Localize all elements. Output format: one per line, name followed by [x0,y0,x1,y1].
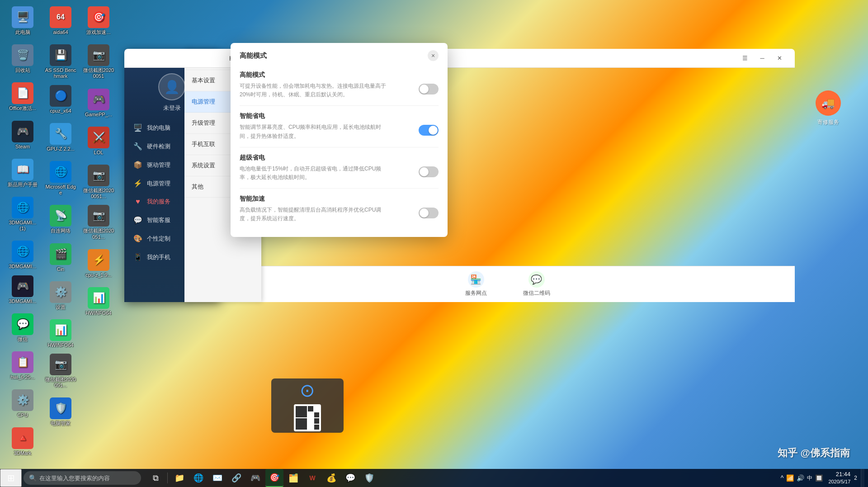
taskbar-edge[interactable]: 🌐 [189,469,208,487]
taskbar-task-view[interactable]: ⧉ [146,469,165,487]
search-input[interactable] [39,475,136,482]
cin-icon: 🎬 [50,243,71,265]
desktop-icon-settings2[interactable]: ⚙️ 设置 [42,279,79,312]
taskbar-files[interactable]: 🗂️ [284,469,302,487]
office-label: Office激活... [9,105,36,111]
clock[interactable]: 21:44 2020/5/17 [828,471,850,485]
computer-nav-icon: 🖥️ [133,123,142,132]
high-perf-toggle[interactable] [419,84,439,95]
edge3-label: 3DMGAMI... [9,264,37,270]
desktop-icon-wechat[interactable]: 💬 微信 [5,312,41,344]
minimize-button[interactable]: ─ [754,52,770,65]
close-button[interactable]: ✕ [771,52,788,65]
desktop-icon-cpu[interactable]: ⚙️ CPU [5,388,41,420]
desktop-icon-gamepp[interactable]: 🎮 GamePP_... [80,87,117,119]
service-nav-icon: ♥ [133,198,142,206]
desktop-icon-cpuz2[interactable]: ⚡ cpu-z_1.9... [80,247,117,280]
service-bottom-area: 🏪 服务网点 💬 微信二维码 [220,266,795,302]
lol-icon: ⚔️ [88,127,109,148]
taskbar-wps[interactable]: W [303,469,321,487]
smart-boost-desc: 高负载情况下，智能提醒清理后台高消耗程序并优化CPU调度，提升系统运行速度。 [240,206,419,223]
smart-boost-toggle[interactable] [419,208,439,218]
dialog-title: 高能模式 [240,52,267,60]
nav-custom-label: 个性定制 [147,235,170,243]
cin-label: Cin [57,266,65,272]
search-bar[interactable]: 🔍 [24,471,141,485]
desktop-icon-wechat4[interactable]: 📷 微信截图20200051... [80,163,117,201]
desktop-icon-hwinfo64[interactable]: 📊 HWINFO64 [80,285,117,318]
recycle-label: 回收站 [15,67,30,73]
desktop-icon-hwi625[interactable]: 📋 hwi_6.25... [5,350,41,382]
desktop-icon-aida64[interactable]: 64 aida64 [42,5,79,37]
tray-volume[interactable]: 🔊 [797,474,804,482]
desktop-icon-office[interactable]: 📄 Office激活... [5,80,41,113]
desktop-icon-gpu[interactable]: 🔧 GPU-Z 2.2... [42,121,79,154]
taskbar-wechat[interactable]: 💬 [341,469,359,487]
taskbar-finance[interactable]: 💰 [322,469,340,487]
wechat-qr-item[interactable]: 💬 微信二维码 [523,271,550,297]
desktop-icon-hwinfo2[interactable]: 📊 HWINFO64 [42,317,79,350]
right-service-panel[interactable]: 🚚 寄修服务 [816,90,841,126]
user-status: 未登录 [163,104,181,112]
desktop-icon-wechat1[interactable]: 📷 微信截图2020051... [42,352,79,390]
xinpin-icon: 📖 [12,159,33,180]
computer-label: 此电脑 [15,29,30,35]
nav-driver-label: 驱动管理 [147,161,170,169]
desktop-icon-wechat2[interactable]: 📷 微信截图2020051... [80,203,117,241]
menu-button[interactable]: ☰ [737,52,753,65]
desktop-icon-lol[interactable]: ⚔️ LOL [80,125,117,157]
desktop-icon-recycle[interactable]: 🗑️ 回收站 [5,43,41,75]
taskbar-gaming[interactable]: 🎮 [246,469,264,487]
desktop-icon-steam[interactable]: 🎮 Steam [5,119,41,151]
desktop-icon-3dmark[interactable]: 🔺 3DMark [5,426,41,458]
search-icon: 🔍 [29,474,37,482]
nav-computer-label: 我的电脑 [147,124,170,132]
hwinfo64-label: HWINFO64 [86,310,112,316]
desktop-icon-cin[interactable]: 🎬 Cin [42,241,79,274]
nav-hardware-label: 硬件检测 [147,142,170,151]
edge3-icon: 🌐 [12,241,33,262]
hwinfo2-icon: 📊 [50,319,71,341]
super-save-toggle[interactable] [419,166,439,177]
desktop-icon-freenet[interactable]: 📡 自连网络 [42,203,79,236]
service-point-icon: 🏪 [468,271,484,288]
start-button[interactable]: ⊞ [0,469,22,487]
desktop-icon-gamedl[interactable]: 🎯 游戏加速... [80,5,117,37]
taskbar-email[interactable]: ✉️ [208,469,226,487]
power-settings-dialog: 高能模式 × 高能模式 可提升设备性能，但会增加耗电与发热。连接电源且电量高于2… [231,43,448,237]
desktop-icon-asssd[interactable]: 💾 AS SSD Benchmark [42,43,79,81]
wechat4-label: 微信截图20200051... [82,188,115,199]
desktop-icon-edge2[interactable]: 🌐 3DMGAMI...(1) [5,195,41,233]
desktop-icon-wechat3[interactable]: 📷 微信截图20200051 [80,43,117,81]
dialog-close-button[interactable]: × [428,50,439,61]
gamedl-icon: 🎯 [88,6,109,28]
taskbar-explorer[interactable]: 📁 [170,469,189,487]
smart-save-toggle[interactable] [419,125,439,136]
taskbar-unknown1[interactable]: 🔗 [227,469,245,487]
pcmgr2-label: 电脑管家 [51,421,71,426]
settings2-icon: ⚙️ [50,281,71,303]
desktop-icon-edge3[interactable]: 🌐 3DMGAMI... [5,239,41,271]
desktop-icon-computer[interactable]: 🖥️ 此电脑 [5,5,41,37]
taskbar-pcmgr[interactable]: 🛡️ [360,469,378,487]
desktop-icon-3dmgami1[interactable]: 🎮 3DMGAMI... [5,274,41,306]
wechat4-icon: 📷 [88,165,109,186]
desktop-icon-xinpin[interactable]: 📖 新品用户手册 [5,157,41,189]
tray-chevron[interactable]: ^ [781,474,784,482]
show-desktop-button[interactable] [861,469,864,487]
desktop-icon-msedge[interactable]: 🌐 Microsoft Edge [42,159,79,198]
desktop-icon-pcmgr2[interactable]: 🛡️ 电脑管家 [42,396,79,428]
service-point-item[interactable]: 🏪 服务网点 [465,271,487,297]
tray-notification[interactable]: 🔲 [815,474,823,482]
taskbar-gaming2[interactable]: 🎯 [265,469,283,487]
tray-wifi[interactable]: 📶 [786,474,794,482]
tray-keyboard[interactable]: 中 [807,474,812,482]
wechat3-icon: 📷 [88,44,109,66]
steam-label: Steam [15,144,30,150]
computer-icon: 🖥️ [12,6,33,28]
desktop-icon-cpuz[interactable]: 🔵 cpuz_x64 [42,83,79,116]
super-save-row: 电池电量低于15%时，自动开启超级省电，通过降低CPU频率，极大延长电池续航时间… [240,165,439,182]
tray-extra: 2 [852,475,859,481]
smart-save-desc: 智能调节屏幕亮度、CPU频率和耗电应用，延长电池续航时间，提升热体验舒适度。 [240,123,419,140]
aida64-icon: 64 [50,6,71,28]
